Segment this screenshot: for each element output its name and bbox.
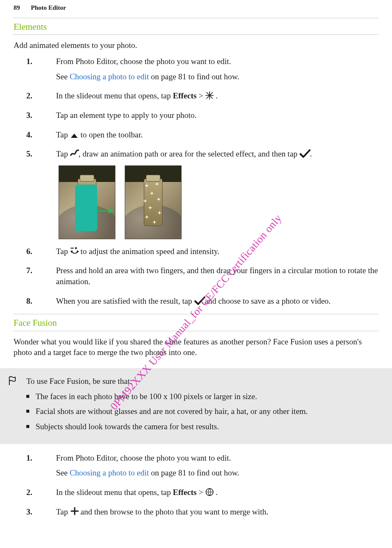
step-text: Tap , draw an animation path or area for…: [56, 148, 378, 159]
step-text: Tap and then browse to the photo that yo…: [56, 506, 378, 517]
text: and choose to save as a photo or video.: [203, 296, 331, 305]
step-number: 3.: [14, 110, 48, 124]
svg-rect-4: [98, 210, 99, 212]
elements-intro: Add animated elements to your photo.: [14, 40, 378, 51]
step-text: Tap an element type to apply to your pho…: [56, 110, 378, 121]
page-header: 89 Photo Editor: [14, 3, 378, 12]
open-toolbar-icon: [70, 130, 78, 139]
text: See: [56, 468, 70, 477]
checkmark-icon: [300, 149, 308, 158]
step-text: In the slideout menu that opens, tap Eff…: [56, 487, 378, 498]
step-number: 7.: [14, 265, 48, 290]
step-text: Tap to open the toolbar.: [56, 129, 378, 140]
elements-heading: Elements: [14, 18, 378, 35]
text: In the slideout menu that opens, tap: [56, 91, 173, 100]
step-body: From Photo Editor, choose the photo you …: [56, 56, 378, 85]
step-text: Press and hold an area with two fingers,…: [56, 265, 378, 287]
step-text: In the slideout menu that opens, tap Eff…: [56, 90, 378, 101]
face-fusion-effect-icon: [205, 488, 214, 496]
text: , draw an animation path or area for the…: [78, 149, 300, 158]
example-image-after: [125, 165, 182, 239]
text: to open the toolbar.: [78, 130, 143, 139]
text: In the slideout menu that opens, tap: [56, 488, 173, 497]
sparkle-icon: [205, 91, 214, 100]
chapter-title: Photo Editor: [31, 4, 66, 11]
text: See: [56, 72, 70, 81]
text: Tap: [56, 507, 70, 516]
page-content: Elements Add animated elements to your p…: [14, 18, 378, 525]
svg-marker-9: [109, 208, 114, 214]
list-item: The faces in each photo have to be 100 x…: [26, 391, 378, 402]
step-body: In the slideout menu that opens, tap Eff…: [56, 90, 378, 105]
page-number: 89: [14, 4, 20, 11]
example-image-pair: [59, 165, 378, 239]
adjust-speed-icon: [70, 246, 78, 254]
step: 4. Tap to open the toolbar.: [14, 129, 378, 144]
step-body: From Photo Editor, choose the photo you …: [56, 453, 378, 482]
step-number: 8.: [14, 296, 48, 310]
step: 8. When you are satisfied with the resul…: [14, 296, 378, 310]
text: When you are satisfied with the result, …: [56, 296, 194, 305]
info-bullets: The faces in each photo have to be 100 x…: [26, 391, 378, 432]
choosing-photo-link[interactable]: Choosing a photo to edit: [70, 72, 149, 81]
step-number: 5.: [14, 148, 48, 241]
step-number: 1.: [14, 453, 48, 482]
svg-rect-7: [104, 210, 106, 212]
svg-rect-5: [100, 210, 101, 212]
step-subtext: See Choosing a photo to edit on page 81 …: [56, 71, 378, 82]
drag-arrow-icon: [98, 206, 114, 212]
step: 7. Press and hold an area with two finge…: [14, 265, 378, 290]
face-fusion-heading: Face Fusion: [14, 314, 378, 331]
face-fusion-info-box: To use Face Fusion, be sure that: The fa…: [0, 368, 392, 444]
elements-steps: 1. From Photo Editor, choose the photo y…: [14, 56, 378, 310]
effects-label: Effects: [173, 91, 196, 100]
step-text: From Photo Editor, choose the photo you …: [56, 56, 378, 67]
text: Tap: [56, 130, 70, 139]
text: >: [196, 488, 205, 497]
svg-rect-8: [106, 210, 108, 212]
example-image-before: [59, 165, 115, 239]
svg-point-13: [71, 251, 73, 252]
step-number: 4.: [14, 129, 48, 144]
text: on page 81 to find out how.: [149, 72, 239, 81]
text: and then browse to the photo that you wa…: [78, 507, 269, 516]
plus-icon: [70, 506, 78, 515]
step: 2. In the slideout menu that opens, tap …: [14, 487, 378, 501]
text: on page 81 to find out how.: [149, 468, 239, 477]
info-lead: To use Face Fusion, be sure that:: [26, 376, 378, 387]
step-body: Tap , draw an animation path or area for…: [56, 148, 378, 241]
step-number: 3.: [14, 506, 48, 521]
text: Tap: [56, 149, 70, 158]
step-number: 2.: [14, 487, 48, 501]
draw-path-icon: [70, 148, 78, 157]
step: 2. In the slideout menu that opens, tap …: [14, 90, 378, 105]
choosing-photo-link[interactable]: Choosing a photo to edit: [70, 468, 149, 477]
step: 5. Tap , draw an animation path or area …: [14, 148, 378, 241]
step-body: When you are satisfied with the result, …: [56, 296, 378, 310]
face-fusion-steps: 1. From Photo Editor, choose the photo y…: [14, 453, 378, 521]
text: >: [196, 91, 205, 100]
step-body: Tap to adjust the animation speed and in…: [56, 246, 378, 260]
step-text: Tap to adjust the animation speed and in…: [56, 246, 378, 257]
step: 3. Tap and then browse to the photo that…: [14, 506, 378, 521]
step: 6. Tap to adjust the animation speed and…: [14, 246, 378, 260]
text: .: [214, 488, 218, 497]
checkmark-icon: [194, 296, 203, 305]
step-subtext: See Choosing a photo to edit on page 81 …: [56, 467, 378, 478]
step: 3. Tap an element type to apply to your …: [14, 110, 378, 124]
text: to adjust the animation speed and intens…: [78, 247, 219, 256]
step-text: When you are satisfied with the result, …: [56, 296, 378, 307]
step-body: Tap to open the toolbar.: [56, 129, 378, 144]
info-flag-icon: [8, 376, 17, 386]
effects-label: Effects: [173, 488, 196, 497]
step-number: 2.: [14, 90, 48, 105]
step: 1. From Photo Editor, choose the photo y…: [14, 56, 378, 85]
step-body: Tap and then browse to the photo that yo…: [56, 506, 378, 521]
step-number: 6.: [14, 246, 48, 260]
step-body: Press and hold an area with two fingers,…: [56, 265, 378, 290]
text: Tap: [56, 247, 70, 256]
list-item: Facial shots are without glasses and are…: [26, 406, 378, 417]
svg-rect-6: [102, 210, 104, 212]
list-item: Subjects should look towards the camera …: [26, 421, 378, 432]
face-fusion-intro: Wonder what you would like if you shared…: [14, 336, 378, 358]
